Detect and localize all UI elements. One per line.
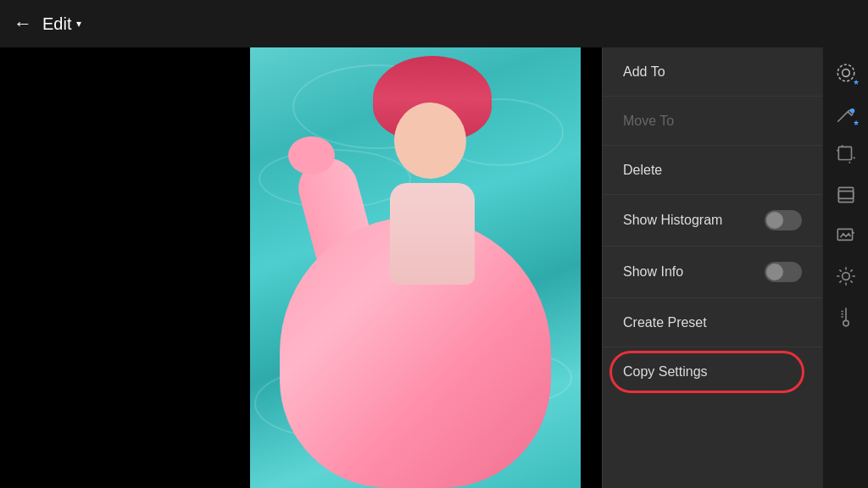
layers-button[interactable] <box>827 176 865 214</box>
svg-point-0 <box>837 64 854 81</box>
photo-container <box>250 47 581 488</box>
menu-label-move-to: Move To <box>623 114 674 129</box>
healing-brush-button[interactable] <box>827 95 865 132</box>
menu-item-create-preset[interactable]: Create Preset <box>603 298 822 347</box>
svg-point-2 <box>849 108 854 113</box>
svg-point-1 <box>842 69 849 77</box>
show-histogram-toggle[interactable] <box>765 210 802 230</box>
auto-masking-button[interactable] <box>827 54 865 92</box>
svg-point-7 <box>842 273 849 280</box>
svg-rect-4 <box>838 187 853 198</box>
menu-label-add-to: Add To <box>623 64 665 80</box>
person-figure <box>348 115 517 336</box>
menu-label-show-histogram: Show Histogram <box>623 213 722 228</box>
dropdown-menu: Add To Move To Delete Show Histogram Sho… <box>602 47 822 488</box>
flamingo-head <box>288 136 335 175</box>
person-head <box>394 103 466 179</box>
color-temperature-button[interactable] <box>827 298 865 336</box>
menu-item-add-to[interactable]: Add To <box>603 47 822 97</box>
edit-title-button[interactable]: Edit ▾ <box>42 14 81 34</box>
crop-transform-button[interactable] <box>827 136 865 173</box>
svg-line-15 <box>839 280 841 282</box>
menu-label-create-preset: Create Preset <box>623 315 707 330</box>
light-button[interactable] <box>827 258 865 295</box>
svg-line-13 <box>850 280 852 282</box>
svg-point-16 <box>843 320 849 326</box>
svg-rect-5 <box>838 191 853 202</box>
photo-area <box>229 47 602 488</box>
edit-chevron-icon: ▾ <box>76 18 81 30</box>
photo-background <box>250 47 581 488</box>
menu-label-delete: Delete <box>623 163 662 178</box>
person-torso <box>390 183 475 285</box>
menu-item-copy-settings[interactable]: Copy Settings <box>603 347 822 396</box>
svg-rect-3 <box>838 147 851 159</box>
left-panel <box>0 47 229 488</box>
svg-line-12 <box>839 269 841 271</box>
add-image-button[interactable] <box>827 217 865 254</box>
top-bar: ← Edit ▾ <box>0 0 868 47</box>
back-button[interactable]: ← <box>14 13 32 35</box>
menu-item-move-to: Move To <box>603 97 822 146</box>
menu-item-delete[interactable]: Delete <box>603 146 822 195</box>
menu-item-show-info[interactable]: Show Info <box>603 247 822 298</box>
menu-item-show-histogram[interactable]: Show Histogram <box>603 195 822 247</box>
show-info-toggle[interactable] <box>765 262 802 282</box>
menu-label-show-info: Show Info <box>623 264 683 280</box>
main-content: Add To Move To Delete Show Histogram Sho… <box>0 47 868 488</box>
edit-label: Edit <box>42 14 71 34</box>
svg-line-14 <box>850 269 852 271</box>
right-toolbar <box>822 47 868 488</box>
menu-label-copy-settings: Copy Settings <box>623 364 708 380</box>
